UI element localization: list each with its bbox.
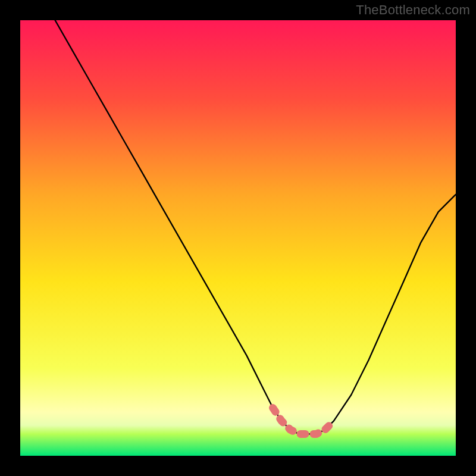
watermark-label: TheBottleneck.com bbox=[356, 2, 470, 18]
plot-area bbox=[20, 20, 456, 456]
gradient-bg bbox=[20, 20, 456, 456]
plot-svg bbox=[20, 20, 456, 456]
chart-frame: TheBottleneck.com bbox=[0, 0, 476, 476]
